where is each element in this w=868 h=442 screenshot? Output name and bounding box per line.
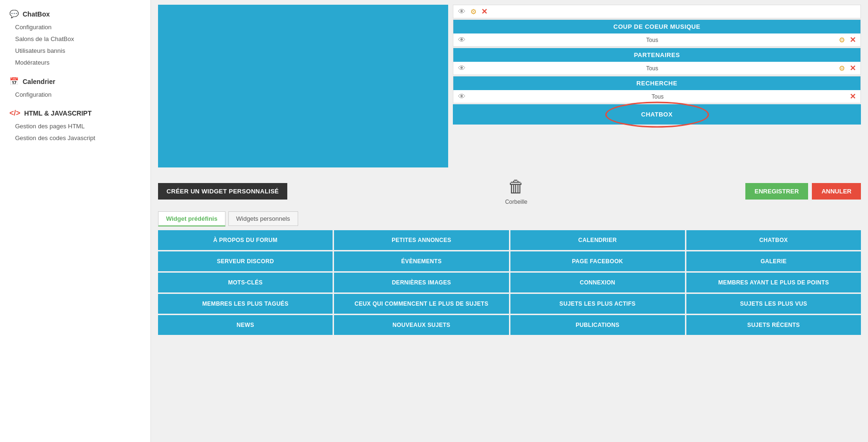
eye-icon-coup[interactable]: 👁 [458,36,466,44]
sidebar-section-html: </> HTML & JAVASCRIPT [0,104,150,120]
grid-btn-page-facebook[interactable]: PAGE FACEBOOK [510,251,685,271]
main-content: 👁 ⚙ ✕ COUP DE COEUR MUSIQUE 👁 Tous ⚙ ✕ [151,0,868,442]
top-area: 👁 ⚙ ✕ COUP DE COEUR MUSIQUE 👁 Tous ⚙ ✕ [151,0,868,172]
code-icon: </> [9,109,20,117]
create-widget-button[interactable]: CRÉER UN WIDGET PERSONNALISÉ [158,183,287,200]
grid-btn-evenements[interactable]: ÉVÈNEMENTS [334,251,509,271]
close-icon[interactable]: ✕ [481,7,487,16]
preview-panel [158,5,448,167]
close-icon-recherche[interactable]: ✕ [850,92,856,101]
widgets-right-panel: 👁 ⚙ ✕ COUP DE COEUR MUSIQUE 👁 Tous ⚙ ✕ [453,5,861,167]
sidebar-item-html-codes[interactable]: Gestion des codes Javascript [0,132,150,144]
grid-btn-sujets-recents[interactable]: SUJETS RÉCENTS [686,315,861,335]
trash-label: Corbeille [505,199,527,205]
close-icon-partenaires[interactable]: ✕ [850,64,856,73]
trash-icon: 🗑 [508,177,525,197]
grid-btn-calendrier[interactable]: CALENDRIER [510,230,685,250]
grid-btn-news[interactable]: NEWS [158,315,333,335]
grid-btn-sujets-vus[interactable]: SUJETS LES PLUS VUS [686,294,861,314]
widget-label-coup: Tous [466,37,839,43]
grid-btn-apropos[interactable]: À PROPOS DU FORUM [158,230,333,250]
widget-card-partenaires: PARTENAIRES 👁 Tous ⚙ ✕ [453,48,861,75]
sidebar-item-chatbox-mods[interactable]: Modérateurs [0,57,150,68]
widget-title-recherche: RECHERCHE [453,76,860,90]
grid-btn-petites-annonces[interactable]: PETITES ANNONCES [334,230,509,250]
sidebar-item-chatbox-bannis[interactable]: Utilisateurs bannis [0,45,150,57]
eye-icon-partenaires[interactable]: 👁 [458,64,466,73]
widget-card-chatbox-highlighted: CHATBOX [453,104,861,125]
sidebar-item-chatbox-salons[interactable]: Salons de la ChatBox [0,33,150,45]
tab-widgets-personnels[interactable]: Widgets personnels [228,211,298,226]
grid-btn-dernieres-images[interactable]: DERNIÈRES IMAGES [334,273,509,292]
trash-area: 🗑 Corbeille [505,177,527,205]
gear-icon-coup[interactable]: ⚙ [839,36,845,44]
grid-btn-connexion[interactable]: CONNEXION [510,273,685,292]
sidebar-section-calendrier: 📅 Calendrier [0,72,150,89]
gear-icon-partenaires[interactable]: ⚙ [839,64,845,73]
eye-icon-recherche[interactable]: 👁 [458,92,466,101]
widget-label-partenaires: Tous [466,65,839,72]
gear-icon[interactable]: ⚙ [470,8,476,16]
calendar-icon: 📅 [9,77,19,86]
sidebar-item-calendrier-config[interactable]: Configuration [0,89,150,100]
grid-btn-galerie[interactable]: GALERIE [686,251,861,271]
grid-btn-publications[interactable]: PUBLICATIONS [510,315,685,335]
close-icon-coup[interactable]: ✕ [850,35,856,44]
sidebar-item-chatbox-config[interactable]: Configuration [0,21,150,33]
grid-btn-membres-tagués[interactable]: MEMBRES LES PLUS TAGUÉS [158,294,333,314]
sidebar-item-html-pages[interactable]: Gestion des pages HTML [0,120,150,132]
action-bar: CRÉER UN WIDGET PERSONNALISÉ 🗑 Corbeille… [151,172,868,208]
sidebar: 💬 ChatBox Configuration Salons de la Cha… [0,0,151,442]
widget-title-coup-coeur: COUP DE COEUR MUSIQUE [453,20,860,33]
cancel-button[interactable]: ANNULER [812,183,861,200]
save-button[interactable]: ENREGISTRER [745,183,809,200]
grid-btn-discord[interactable]: SERVEUR DISCORD [158,251,333,271]
grid-btn-membres-points[interactable]: MEMBRES AYANT LE PLUS DE POINTS [686,273,861,292]
widget-title-chatbox-highlighted: CHATBOX [641,111,673,118]
top-icon-actions: 👁 ⚙ ✕ [458,7,487,16]
tab-widget-predefinis[interactable]: Widget prédéfinis [158,211,225,226]
grid-btn-mots-cles[interactable]: MOTS-CLÉS [158,273,333,292]
grid-btn-nouveaux-sujets[interactable]: NOUVEAUX SUJETS [334,315,509,335]
widget-title-partenaires: PARTENAIRES [453,48,860,62]
widget-grid: À PROPOS DU FORUM PETITES ANNONCES CALEN… [158,230,861,335]
widget-card-recherche: RECHERCHE 👁 Tous ✕ [453,76,861,103]
sidebar-section-chatbox: 💬 ChatBox [0,5,150,21]
widget-card-coup-coeur: COUP DE COEUR MUSIQUE 👁 Tous ⚙ ✕ [453,19,861,47]
grid-btn-sujets-actifs[interactable]: SUJETS LES PLUS ACTIFS [510,294,685,314]
grid-btn-commencent-sujets[interactable]: CEUX QUI COMMENCENT LE PLUS DE SUJETS [334,294,509,314]
grid-btn-chatbox[interactable]: CHATBOX [686,230,861,250]
save-cancel-group: ENREGISTRER ANNULER [745,183,861,200]
chat-icon: 💬 [9,9,19,18]
widget-card-top-icons: 👁 ⚙ ✕ [453,5,861,18]
eye-icon[interactable]: 👁 [458,8,466,16]
widget-label-recherche: Tous [466,93,850,100]
tabs-area: Widget prédéfinis Widgets personnels [151,208,868,226]
